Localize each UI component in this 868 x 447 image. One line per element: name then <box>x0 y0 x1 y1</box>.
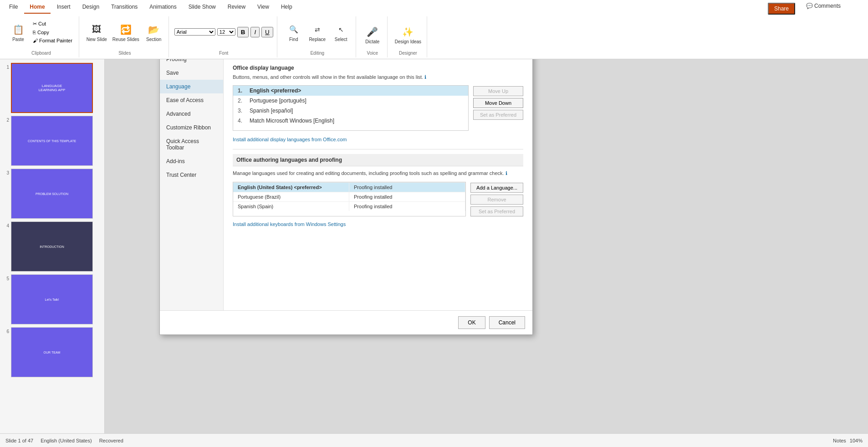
section-button[interactable]: 📂 Section <box>143 21 165 44</box>
ribbon-group-editing: 🔍 Find ⇄ Replace ↖ Select Editing <box>279 16 356 57</box>
slide-num-4: 4 <box>2 223 9 228</box>
reuse-slides-button[interactable]: 🔁 Reuse Slides <box>111 21 141 44</box>
slide-img-5[interactable]: Let's Talk! <box>11 274 93 324</box>
add-language-button[interactable]: Add a Language... <box>470 183 523 193</box>
authoring-heading: Office authoring languages and proofing <box>233 154 523 166</box>
font-family-select[interactable]: Arial <box>174 28 215 36</box>
format-painter-button[interactable]: 🖌 Format Painter <box>30 37 75 44</box>
italic-button[interactable]: I <box>250 27 260 37</box>
cut-button[interactable]: ✂ Cut <box>30 20 75 28</box>
ok-button[interactable]: OK <box>458 316 485 329</box>
bold-button[interactable]: B <box>237 27 249 37</box>
lang-item-3[interactable]: 3. Spanish [español] <box>233 106 468 116</box>
slide-thumb-6[interactable]: 6 OUR TEAM <box>2 327 102 377</box>
find-button[interactable]: 🔍 Find <box>283 21 305 44</box>
slide-img-6[interactable]: OUR TEAM <box>11 327 93 377</box>
status-bar: Slide 1 of 47 English (United States) Re… <box>0 433 868 447</box>
move-down-button[interactable]: Move Down <box>473 98 523 108</box>
comments-button[interactable]: 💬 Comments <box>806 3 841 9</box>
auth-row-3[interactable]: Spanish (Spain) Proofing installed <box>233 201 465 211</box>
voice-label: Voice <box>367 51 378 56</box>
nav-item-add-ins[interactable]: Add-ins <box>160 154 223 168</box>
language-status: English (United States) <box>41 438 92 443</box>
tab-view[interactable]: View <box>252 1 275 14</box>
auth-row-1[interactable]: English (United States) <preferred> Proo… <box>233 182 465 192</box>
tab-review[interactable]: Review <box>222 1 251 14</box>
lang-item-1[interactable]: 1. English <preferred> <box>233 86 468 96</box>
nav-item-customize-ribbon[interactable]: Customize Ribbon <box>160 121 223 134</box>
slide-img-3[interactable]: PROBLEM SOLUTION <box>11 169 93 219</box>
tab-home[interactable]: Home <box>24 1 50 14</box>
slide-thumb-4[interactable]: 4 INTRODUCTION <box>2 221 102 272</box>
tab-design[interactable]: Design <box>77 1 105 14</box>
new-slide-button[interactable]: 🖼 New Slide <box>85 21 109 44</box>
tab-transitions[interactable]: Transitions <box>106 1 143 14</box>
zoom-level: 104% <box>850 438 863 443</box>
dictate-button[interactable]: 🎤 Dictate <box>362 23 383 46</box>
slide-thumb-2[interactable]: 2 CONTENTS OF THIS TEMPLATE <box>2 116 102 166</box>
install-display-lang-link[interactable]: Install additional display languages fro… <box>233 137 347 142</box>
display-language-list[interactable]: 1. English <preferred> 2. Portuguese [po… <box>233 85 469 131</box>
section-divider <box>233 149 523 149</box>
lang-label-2: Portuguese [português] <box>250 98 306 104</box>
install-keyboards-link[interactable]: Install additional keyboards from Window… <box>233 221 346 227</box>
lang-item-2[interactable]: 2. Portuguese [português] <box>233 96 468 106</box>
authoring-table-container: English (United States) <preferred> Proo… <box>233 182 523 216</box>
lang-num-4: 4. <box>238 118 247 124</box>
authoring-info: Manage languages used for creating and e… <box>233 170 523 177</box>
design-ideas-button[interactable]: ✨ Design Ideas <box>393 23 423 46</box>
lang-num-1: 1. <box>238 87 247 94</box>
slide-thumb-1[interactable]: 1 LANGUAGELEARNING APP <box>2 63 102 113</box>
nav-item-trust-center[interactable]: Trust Center <box>160 168 223 182</box>
slide-img-4[interactable]: INTRODUCTION <box>11 221 93 272</box>
ribbon-group-voice: 🎤 Dictate Voice <box>358 16 388 57</box>
dialog-content: A Office Language Preferences Office dis… <box>224 37 532 310</box>
tab-help[interactable]: Help <box>276 1 298 14</box>
status-right: Notes 104% <box>833 438 863 443</box>
slide-img-2[interactable]: CONTENTS OF THIS TEMPLATE <box>11 116 93 166</box>
nav-item-advanced[interactable]: Advanced <box>160 107 223 121</box>
nav-item-ease-of-access[interactable]: Ease of Access <box>160 93 223 107</box>
slides-label: Slides <box>118 51 131 56</box>
options-dialog: PowerPoint Options ? ✕ General Proofing … <box>159 18 533 335</box>
cancel-button[interactable]: Cancel <box>489 316 525 329</box>
tab-slideshow[interactable]: Slide Show <box>183 1 221 14</box>
nav-item-language[interactable]: Language <box>160 80 223 93</box>
auth-status-2: Proofing installed <box>349 192 465 201</box>
lang-item-4[interactable]: 4. Match Microsoft Windows [English] <box>233 116 468 126</box>
slide-img-1[interactable]: LANGUAGELEARNING APP <box>11 63 93 113</box>
auth-row-2[interactable]: Portuguese (Brazil) Proofing installed <box>233 192 465 201</box>
set-as-preferred-authoring-button[interactable]: Set as Preferred <box>470 206 523 216</box>
slide-thumb-3[interactable]: 3 PROBLEM SOLUTION <box>2 169 102 219</box>
set-as-preferred-display-button[interactable]: Set as Preferred <box>473 110 523 120</box>
paste-button[interactable]: 📋 Paste <box>7 21 29 44</box>
select-button[interactable]: ↖ Select <box>330 21 352 44</box>
underline-button[interactable]: U <box>261 27 273 37</box>
nav-item-quick-access-toolbar[interactable]: Quick Access Toolbar <box>160 134 223 154</box>
tab-file[interactable]: File <box>4 1 23 14</box>
authoring-table[interactable]: English (United States) <preferred> Proo… <box>233 182 466 216</box>
slide-thumb-5[interactable]: 5 Let's Talk! <box>2 274 102 324</box>
nav-item-save[interactable]: Save <box>160 66 223 80</box>
auth-status-3: Proofing installed <box>349 202 465 211</box>
font-label: Font <box>219 51 228 56</box>
slide-num-2: 2 <box>2 118 9 123</box>
remove-button[interactable]: Remove <box>470 195 523 205</box>
copy-button[interactable]: ⎘ Copy <box>30 29 75 36</box>
ribbon: File Home Insert Design Transitions Anim… <box>0 0 868 59</box>
tab-insert[interactable]: Insert <box>51 1 76 14</box>
notes-button[interactable]: Notes <box>833 438 846 443</box>
clipboard-label: Clipboard <box>31 51 51 56</box>
ribbon-tabs: File Home Insert Design Transitions Anim… <box>0 0 868 15</box>
auth-lang-2: Portuguese (Brazil) <box>233 192 349 201</box>
tab-animations[interactable]: Animations <box>144 1 182 14</box>
replace-button[interactable]: ⇄ Replace <box>306 21 328 44</box>
display-language-list-container: 1. English <preferred> 2. Portuguese [po… <box>233 85 523 131</box>
dialog-footer: OK Cancel <box>160 310 532 334</box>
slide-num-5: 5 <box>2 276 9 281</box>
share-button[interactable]: Share <box>768 3 795 15</box>
font-size-select[interactable]: 12 <box>217 28 235 36</box>
display-language-heading: Office display language <box>233 65 523 71</box>
ribbon-body: 📋 Paste ✂ Cut ⎘ Copy 🖌 Format Painter Cl… <box>0 15 868 59</box>
move-up-button[interactable]: Move Up <box>473 86 523 96</box>
